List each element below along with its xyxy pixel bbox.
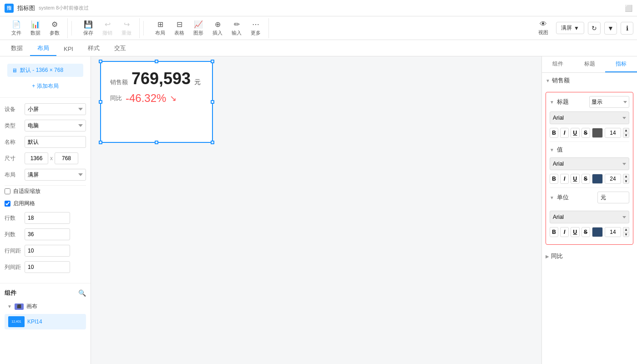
tab-layout[interactable]: 布局 [30,41,56,56]
kpi-widget[interactable]: 销售额 769,593 元 同比 -46.32% ↘ [100,61,213,143]
nav-tabs: 数据 布局 KPI 样式 交互 [0,40,637,56]
unit-font-size-input[interactable] [605,227,621,237]
cols-input[interactable] [25,228,70,240]
title-subsection: ▼ 标题 显示 Arial B I U S ▲ [550,96,629,138]
fullscreen-button[interactable]: 满屏 ▼ [556,22,584,34]
add-layout-button[interactable]: + 添加布局 [4,81,87,92]
info-icon: ℹ [626,25,628,32]
unit-italic-button[interactable]: I [560,227,569,237]
value-bold-button[interactable]: B [550,174,558,184]
file-button[interactable]: 📄 文件 [7,18,25,38]
widget-layer: ▼ ⬛ 画布 [5,301,86,312]
size-width-input[interactable] [25,152,48,164]
table-button[interactable]: ⊟ 表格 [170,18,188,38]
input-button[interactable]: ✏ 输入 [228,18,246,38]
value-size-up-button[interactable]: ▲ [623,174,629,179]
app-title: 指标图 [17,4,35,12]
value-color-swatch[interactable] [592,174,603,184]
handle-top-right[interactable] [211,60,214,63]
unit-underline-button[interactable]: U [571,227,579,237]
more-button[interactable]: ⋯ 更多 [247,18,265,38]
maximize-icon[interactable]: ⬜ [625,5,632,12]
unit-bold-button[interactable]: B [550,227,558,237]
title-color-swatch[interactable] [592,128,603,138]
unit-size-up-button[interactable]: ▲ [623,227,629,232]
value-size-down-button[interactable]: ▼ [623,179,629,184]
kpi-compare-label: 同比 [110,94,122,102]
redo-button[interactable]: ↪ 重做 [117,18,136,38]
title-size-down-button[interactable]: ▼ [623,133,629,138]
handle-bottom-center[interactable] [155,141,158,144]
tab-component[interactable]: 组件 [542,56,574,72]
save-button[interactable]: 💾 保存 [79,18,97,38]
value-underline-button[interactable]: U [571,174,579,184]
layout-item[interactable]: 🖥 默认 - 1366 × 768 [7,64,83,77]
update-arrow-button[interactable]: ▼ [604,22,617,35]
value-font-family-select[interactable]: Arial [550,157,629,170]
handle-mid-left[interactable] [99,100,102,104]
row-gap-input[interactable] [25,245,70,257]
tab-title[interactable]: 标题 [574,56,606,72]
update-button[interactable]: ↻ [588,22,601,35]
sales-section-header[interactable]: ▼ 销售额 [542,73,637,88]
unit-color-swatch[interactable] [592,227,603,237]
compare-section-header[interactable]: ▶ 同比 [542,248,637,264]
value-italic-button[interactable]: I [560,174,569,184]
title-strikethrough-button[interactable]: S [581,128,590,138]
col-gap-row: 列间距 [5,261,86,273]
insert-icon: ⊕ [215,20,221,29]
search-icon[interactable]: 🔍 [78,289,86,297]
save-label: 保存 [83,30,93,36]
handle-bottom-left[interactable] [99,141,102,144]
handle-top-left[interactable] [99,60,102,63]
unit-text-input[interactable] [597,192,629,203]
save-icon: 💾 [84,20,93,29]
view-button[interactable]: 👁 视图 [534,18,552,38]
expand-icon[interactable]: ▼ [7,304,12,309]
unit-font-family-select[interactable]: Arial [550,211,629,223]
tab-data[interactable]: 数据 [4,41,30,56]
col-gap-input[interactable] [25,261,70,273]
layout-button[interactable]: ⊞ 布局 [151,18,169,38]
value-strikethrough-button[interactable]: S [581,174,590,184]
type-select[interactable]: 电脑 [25,120,86,131]
size-height-input[interactable] [55,152,78,164]
chart-button[interactable]: 📈 图形 [189,18,207,38]
title-display-select[interactable]: 显示 [589,96,629,108]
name-input[interactable] [25,136,86,148]
title-font-family-select[interactable]: Arial [550,111,629,124]
unit-strikethrough-button[interactable]: S [581,227,590,237]
info-button[interactable]: ℹ [621,22,633,35]
handle-mid-right[interactable] [211,100,214,104]
title-bold-button[interactable]: B [550,128,558,138]
unit-size-down-button[interactable]: ▼ [623,232,629,237]
layout-select[interactable]: 满屏 [25,169,86,181]
param-button[interactable]: ⚙ 参数 [46,18,64,38]
undo-icon: ↩ [105,20,111,29]
device-select[interactable]: 小屏 [25,103,86,115]
title-size-up-button[interactable]: ▲ [623,128,629,133]
rows-input[interactable] [25,212,70,224]
value-font-size-input[interactable] [605,174,621,184]
param-label: 参数 [50,30,60,36]
enable-grid-checkbox[interactable] [5,201,10,207]
title-italic-button[interactable]: I [560,128,569,138]
kpi-widget-item[interactable]: 12,401 KPI14 [5,314,86,329]
title-underline-button[interactable]: U [571,128,579,138]
handle-top-center[interactable] [155,60,158,63]
tab-interact[interactable]: 交互 [107,41,133,56]
canvas-area[interactable]: 销售额 769,593 元 同比 -46.32% ↘ [91,56,541,364]
data-button[interactable]: 📊 数据 [26,18,45,38]
title-font-size-input[interactable] [605,128,621,138]
insert-button[interactable]: ⊕ 插入 [208,18,227,38]
toolbar-sep-1 [71,21,72,35]
tab-style[interactable]: 样式 [81,41,107,56]
undo-button[interactable]: ↩ 撤销 [98,18,116,38]
layout-icon: ⊞ [157,20,163,29]
auto-scale-checkbox[interactable] [5,188,10,194]
handle-bottom-right[interactable] [211,141,214,144]
enable-grid-row: 启用网格 [5,200,86,207]
tab-indicator[interactable]: 指标 [605,56,637,72]
tab-kpi[interactable]: KPI [56,43,81,56]
titlebar: 指 指标图 system 8小时前修改过 ⬜ [0,0,637,16]
